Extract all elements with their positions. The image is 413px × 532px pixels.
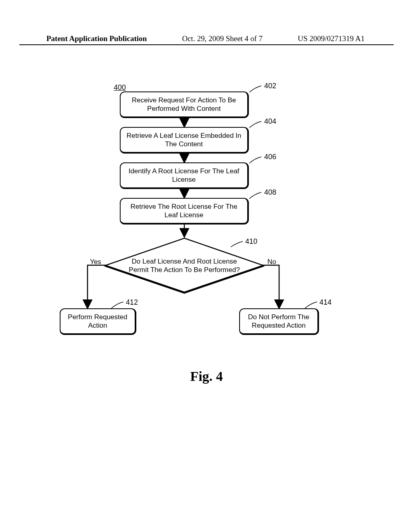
branch-yes-label: Yes: [90, 258, 101, 266]
process-text: Perform Requested Action: [65, 313, 130, 330]
process-step-406: Identify A Root License For The Leaf Lic…: [120, 162, 249, 189]
decision-text: Do Leaf License And Root License Permit …: [126, 257, 243, 274]
process-text: Do Not Perform The Requested Action: [245, 313, 313, 330]
process-step-402: Receive Request For Action To Be Perform…: [120, 91, 249, 118]
ref-412: 412: [126, 298, 138, 307]
ref-404: 404: [264, 117, 276, 126]
header-date-sheet: Oct. 29, 2009 Sheet 4 of 7: [182, 34, 262, 43]
process-step-414: Do Not Perform The Requested Action: [239, 308, 319, 335]
process-text: Receive Request For Action To Be Perform…: [125, 96, 242, 113]
flowchart: Receive Request For Action To Be Perform…: [0, 83, 413, 353]
ref-408: 408: [264, 188, 276, 197]
header-divider: [19, 44, 394, 45]
branch-no-label: No: [267, 258, 276, 266]
ref-410: 410: [245, 237, 257, 246]
process-step-404: Retrieve A Leaf License Embedded In The …: [120, 127, 249, 154]
process-step-408: Retrieve The Root License For The Leaf L…: [120, 198, 249, 224]
process-step-412: Perform Requested Action: [60, 308, 136, 335]
header-pub-number: US 2009/0271319 A1: [298, 34, 365, 43]
header-publication: Patent Application Publication: [46, 34, 147, 43]
figure-caption: Fig. 4: [0, 369, 413, 384]
ref-414: 414: [319, 298, 332, 307]
process-text: Retrieve A Leaf License Embedded In The …: [125, 131, 242, 149]
process-text: Retrieve The Root License For The Leaf L…: [125, 202, 242, 220]
ref-406: 406: [264, 153, 276, 161]
decision-410: Do Leaf License And Root License Permit …: [104, 237, 265, 294]
process-text: Identify A Root License For The Leaf Lic…: [125, 167, 242, 184]
ref-402: 402: [264, 82, 276, 90]
